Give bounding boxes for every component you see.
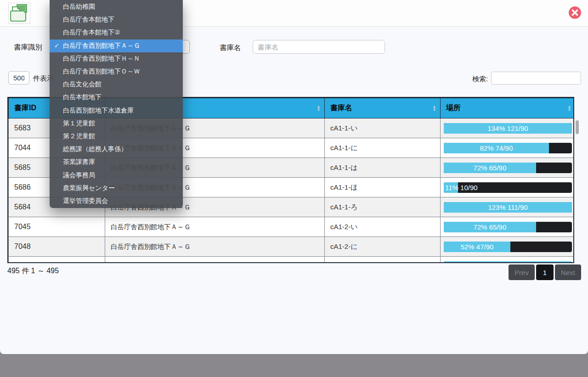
capacity-bar: 123% 111/90 [444,202,572,213]
documents-folder-icon [8,3,30,24]
table-row[interactable]: 7045白岳庁舎西別館地下Ａ～ＧcA1-2-い72% 65/90 [9,217,575,237]
prev-page-button[interactable]: Prev [509,264,535,280]
dropdown-option-label: 白岳庁舎西別館地下Ｏ～Ｗ [63,68,140,76]
dropdown-option[interactable]: 白岳庁舎西別館地下Ｏ～Ｗ [50,65,183,78]
sort-icon[interactable]: ▲▼ [567,105,571,112]
dropdown-option[interactable]: 白岳庁舎本館地下② [50,26,183,39]
dropdown-option-label: 白岳本館地下 [63,93,102,101]
pagination: Prev 1 Next [509,264,581,280]
dropdown-option[interactable]: 白岳庁舎本館地下 [50,13,183,26]
scrollbar-thumb[interactable] [576,120,579,134]
cell-storage-name: cA1-2-い [325,217,441,237]
dropdown-option-label: 白岳庁舎本館地下 [63,16,114,24]
dropdown-option[interactable]: 白岳西別館地下水道倉庫 [50,104,183,117]
capacity-bar-label: 72% 65/90 [444,163,536,173]
cell-storage-name [325,257,441,264]
cell-storage-name: cA1-1-い [325,118,441,138]
close-icon [568,6,582,19]
cell-location: 123% 111/90 [441,197,575,217]
sort-icon[interactable]: ▲▼ [432,105,436,112]
cell-location: 82% 74/90 [441,138,575,158]
dropdown-option-label: 農業振興センター [63,184,115,192]
cell-location: 72% 65/90 [441,217,575,237]
dropdown-option[interactable]: ✓白岳庁舎西別館地下Ａ～Ｇ [50,39,183,52]
documents-folder-glyph [10,4,28,23]
dropdown-option[interactable]: 白岳幼稚園 [50,0,183,13]
dropdown-option-label: 茶業課書庫 [63,158,95,166]
cell-location: 134% 121/90 [441,118,575,138]
dropdown-option-label: 議会事務局 [63,171,95,180]
dropdown-option-label: 第１児童館 [63,119,95,128]
capacity-bar-label: 82% 74/90 [444,143,549,153]
cell-storage-name: cA1-1-に [325,138,441,158]
cell-storage-name: cA1-2-に [325,237,441,257]
dropdown-option-label: 白岳庁舎西別館地下Ａ～Ｇ [63,42,140,50]
cell-storage-id: 7048 [9,237,105,257]
dropdown-option-label: 第２児童館 [63,132,95,141]
dropdown-option[interactable]: 白岳本館地下 [50,91,183,104]
dropdown-option[interactable]: 白岳庁舎西別館地下Ｈ～Ｎ [50,52,183,65]
results-summary: 495 件 1 ～ 495 [7,266,59,276]
column-header[interactable]: 場所▲▼ [441,98,575,118]
cell-storage-id: 7045 [9,217,105,237]
dropdown-option[interactable]: 白岳文化会館 [50,78,183,91]
cell-storage-name: cA1-1-ほ [325,178,441,197]
dropdown-option-label: 白岳庁舎本館地下② [63,28,120,37]
capacity-bar: 134% 121/90 [444,123,572,134]
capacity-bar: 72% 65/90 [444,222,572,232]
storage-id-label: 書庫識別 [14,43,42,52]
next-page-button[interactable]: Next [555,264,581,280]
dropdown-option[interactable]: 第１児童館 [50,117,183,130]
table-row[interactable] [9,257,575,264]
cell-storage-identification [105,257,325,264]
dropdown-option-label: 選挙管理委員会 [63,197,108,205]
dropdown-option[interactable]: 茶業課書庫 [50,156,183,169]
dropdown-option-label: 白岳文化会館 [63,80,102,89]
capacity-bar: 11% 10/90 [444,182,572,193]
dropdown-option[interactable]: 選挙管理委員会 [50,195,183,208]
close-button[interactable] [568,6,582,19]
search-label: 検索: [472,75,488,84]
capacity-bar-label: 11% 10/90 [444,182,478,193]
column-header[interactable]: 書庫名▲▼ [325,98,441,118]
dropdown-option[interactable]: 議会事務局 [50,169,183,181]
dropdown-option[interactable]: 農業振興センター [50,182,183,195]
capacity-bar-label: 134% 121/90 [444,123,572,134]
cell-location: 52% 47/90 [441,237,575,257]
cell-storage-name: cA1-1-ろ [325,197,441,217]
storage-id-dropdown: 白岳幼稚園白岳庁舎本館地下白岳庁舎本館地下②✓白岳庁舎西別館地下Ａ～Ｇ白岳庁舎西… [50,0,183,208]
cell-location [441,257,575,264]
dropdown-option-label: 白岳庁舎西別館地下Ｈ～Ｎ [63,55,140,63]
cell-storage-id [9,257,105,264]
cell-storage-identification: 白岳庁舎西別館地下Ａ～Ｇ [105,217,325,237]
column-header-label: 書庫名 [330,104,352,112]
page-size-input[interactable] [8,71,29,84]
capacity-bar: 72% 65/90 [444,163,572,173]
cell-location: 72% 65/90 [441,158,575,178]
storage-name-input[interactable] [253,40,385,54]
dropdown-option[interactable]: 第２児童館 [50,130,183,143]
checkmark-icon: ✓ [54,42,59,49]
cell-storage-name: cA1-1-は [325,158,441,178]
capacity-bar [444,261,572,264]
capacity-bar-label [444,261,572,264]
capacity-bar-label: 123% 111/90 [444,202,572,213]
capacity-bar: 52% 47/90 [444,242,572,252]
dropdown-option-label: 総務課（総務人事係） [63,145,127,153]
capacity-bar-label: 52% 47/90 [444,242,510,252]
dropdown-option-label: 白岳西別館地下水道倉庫 [63,107,134,115]
search-input[interactable] [491,72,581,84]
current-page-button[interactable]: 1 [536,264,554,280]
column-header-label: 場所 [446,104,461,112]
dropdown-option-label: 白岳幼稚園 [63,3,95,11]
capacity-bar: 82% 74/90 [444,143,572,153]
column-header-label: 書庫ID [14,104,36,112]
capacity-bar-label: 72% 65/90 [444,222,536,232]
dropdown-option[interactable]: 総務課（総務人事係） [50,143,183,156]
table-row[interactable]: 7048白岳庁舎西別館地下Ａ～ＧcA1-2-に52% 47/90 [9,237,575,257]
cell-storage-identification: 白岳庁舎西別館地下Ａ～Ｇ [105,237,325,257]
storage-name-label: 書庫名 [220,43,241,53]
sort-icon[interactable]: ▲▼ [317,105,321,112]
cell-location: 11% 10/90 [441,178,575,197]
